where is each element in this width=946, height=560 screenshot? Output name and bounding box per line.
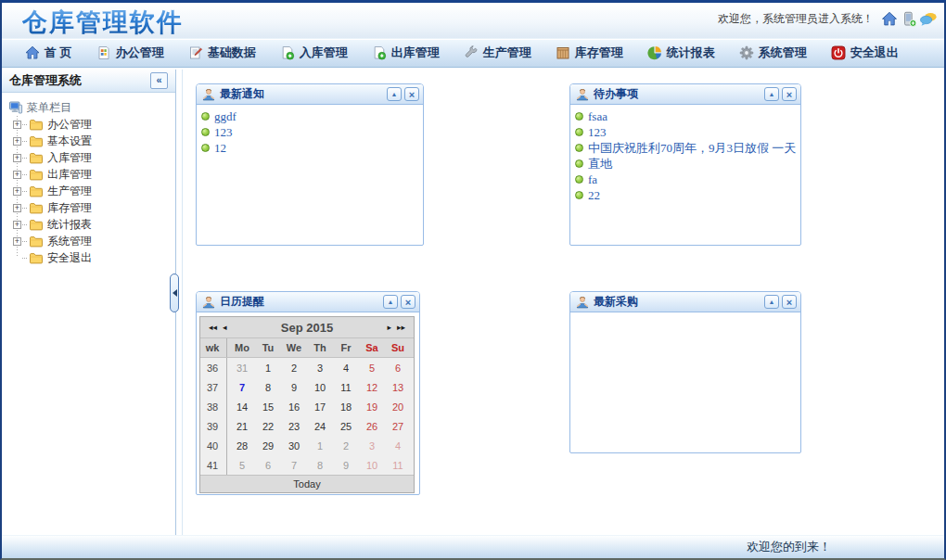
calendar-day-cell[interactable]: 26 [359,421,385,432]
expand-plus-icon[interactable] [13,237,21,246]
calendar-day-cell[interactable]: 2 [281,363,307,374]
panel-close-button[interactable]: × [782,295,797,309]
tree-item-5[interactable]: 生产管理 [7,183,175,199]
panel-collapse-button[interactable]: ▲ [764,295,779,309]
nav-item-6[interactable]: 生产管理 [452,39,543,67]
panel-close-button[interactable]: × [401,295,415,309]
nav-item-9[interactable]: 系统管理 [727,39,819,67]
calendar-day-cell[interactable]: 7 [229,382,255,393]
expand-plus-icon[interactable] [13,154,21,162]
expand-plus-icon[interactable] [13,121,21,129]
nav-item-3[interactable]: 基础数据 [176,39,268,67]
panel-collapse-button[interactable]: ▲ [383,295,398,309]
item-link[interactable]: fsaa [588,108,607,124]
calendar-day-cell[interactable]: 1 [255,363,281,374]
calendar-day-cell[interactable]: 10 [359,460,385,471]
panel-close-button[interactable]: × [782,87,797,101]
calendar-day-cell[interactable]: 24 [307,421,333,432]
tree-item-4[interactable]: 出库管理 [7,166,175,183]
item-link[interactable]: fa [588,172,597,187]
panel-close-button[interactable]: × [404,87,419,101]
item-link[interactable]: 123 [214,124,233,140]
header-home-icon[interactable] [881,11,898,27]
nav-item-1[interactable]: 首 页 [13,39,84,67]
calendar-day-cell[interactable]: 17 [307,401,333,413]
calendar-day-cell[interactable]: 25 [333,421,359,432]
calendar-day-cell[interactable]: 11 [333,382,359,393]
calendar-day-cell[interactable]: 3 [307,363,333,374]
calendar-day-cell[interactable]: 23 [281,421,307,432]
nav-item-4[interactable]: 入库管理 [268,39,360,67]
calendar-day-cell[interactable]: 1 [307,440,333,452]
calendar-day-cell[interactable]: 16 [281,401,307,413]
calendar-next-month-button[interactable]: ▸ [384,323,394,332]
panel-purchases-header[interactable]: 最新采购 ▲ × [570,292,800,312]
calendar-day-cell[interactable]: 13 [385,382,411,393]
tree-item-3[interactable]: 入库管理 [7,149,175,166]
sidebar-collapse-button[interactable]: « [150,72,168,89]
item-link[interactable]: 12 [214,140,226,156]
tree-item-6[interactable]: 库存管理 [7,199,175,216]
calendar-day-cell[interactable]: 2 [333,440,359,452]
nav-item-8[interactable]: 统计报表 [635,39,727,67]
expand-plus-icon[interactable] [13,187,21,196]
calendar-day-cell[interactable]: 6 [385,363,411,374]
calendar-day-cell[interactable]: 9 [333,460,359,471]
tree-item-7[interactable]: 统计报表 [7,216,175,233]
tree-root-item[interactable]: 菜单栏目 [7,99,175,116]
calendar-day-cell[interactable]: 8 [255,382,281,393]
calendar-day-cell[interactable]: 6 [255,460,281,471]
calendar-day-cell[interactable]: 19 [359,401,385,413]
calendar-prev-month-button[interactable]: ◂ [220,323,230,332]
expand-plus-icon[interactable] [13,137,21,146]
calendar-day-cell[interactable]: 20 [385,401,411,413]
calendar-day-cell[interactable]: 9 [281,382,307,393]
tree-item-2[interactable]: 基本设置 [7,133,175,149]
calendar-day-cell[interactable]: 28 [229,440,255,452]
calendar-day-cell[interactable]: 12 [359,382,385,393]
calendar-day-cell[interactable]: 14 [229,401,255,413]
tree-item-8[interactable]: 系统管理 [7,233,175,249]
calendar-day-cell[interactable]: 15 [255,401,281,413]
calendar-day-cell[interactable]: 3 [359,440,385,452]
nav-item-2[interactable]: 办公管理 [84,39,176,67]
calendar-day-cell[interactable]: 5 [229,460,255,471]
item-link[interactable]: 22 [588,187,600,203]
calendar-day-cell[interactable]: 8 [307,460,333,471]
panel-collapse-button[interactable]: ▲ [387,87,402,101]
panel-calendar-header[interactable]: 日历提醒 ▲ × [197,292,419,312]
calendar-today-button[interactable]: Today [200,475,414,492]
expand-plus-icon[interactable] [13,171,21,179]
expand-plus-icon[interactable] [13,204,21,212]
calendar-day-cell[interactable]: 11 [385,460,411,471]
sidebar-split-collapse-handle[interactable] [170,274,179,312]
nav-item-7[interactable]: 库存管理 [543,39,635,67]
calendar-day-cell[interactable]: 5 [359,363,385,374]
tree-item-9[interactable]: 安全退出 [7,249,175,266]
nav-item-5[interactable]: 出库管理 [360,39,452,67]
tree-item-1[interactable]: 办公管理 [7,116,175,133]
header-mobile-add-icon[interactable] [901,11,917,27]
panel-notices-header[interactable]: 最新通知 ▲ × [197,84,423,105]
calendar-day-cell[interactable]: 7 [281,460,307,471]
calendar-day-cell[interactable]: 10 [307,382,333,393]
header-chat-icon[interactable] [920,11,937,27]
calendar-day-cell[interactable]: 18 [333,401,359,413]
calendar-day-cell[interactable]: 4 [333,363,359,374]
panel-collapse-button[interactable]: ▲ [764,87,779,101]
expand-plus-icon[interactable] [13,221,21,229]
calendar-day-cell[interactable]: 30 [281,440,307,452]
panel-todos-header[interactable]: 待办事项 ▲ × [570,84,800,105]
calendar-next-year-button[interactable]: ▸▸ [394,323,408,332]
calendar-day-cell[interactable]: 27 [385,421,411,432]
calendar-day-cell[interactable]: 4 [385,440,411,452]
item-link[interactable]: 中国庆祝胜利70周年，9月3日放假 一天 [588,140,796,156]
item-link[interactable]: 直地 [588,156,612,172]
calendar-day-cell[interactable]: 31 [229,363,255,374]
calendar-day-cell[interactable]: 29 [255,440,281,452]
nav-item-10[interactable]: 安全退出 [819,39,911,67]
calendar-prev-year-button[interactable]: ◂◂ [206,323,220,332]
item-link[interactable]: 123 [588,124,607,140]
calendar-day-cell[interactable]: 21 [229,421,255,432]
calendar-day-cell[interactable]: 22 [255,421,281,432]
